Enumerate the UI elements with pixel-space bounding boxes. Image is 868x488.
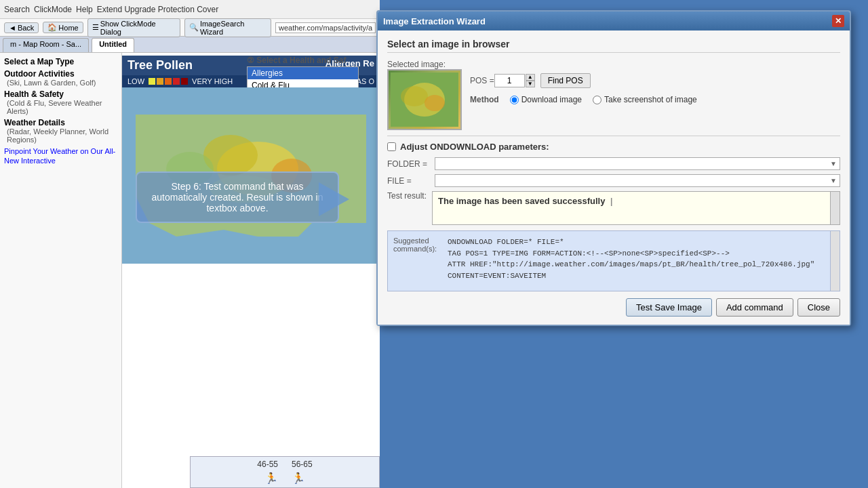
- selected-image-preview: [387, 69, 462, 130]
- back-button[interactable]: ◄ Back: [4, 22, 39, 33]
- imagesearch-button[interactable]: 🔍 ImageSearch Wizard: [184, 18, 271, 37]
- image-row: Selected image: POS =: [387, 60, 840, 130]
- folder-row: FOLDER = ▼: [387, 157, 840, 170]
- menu-clickmode[interactable]: ClickMode: [34, 5, 72, 14]
- add-command-button[interactable]: Add command: [716, 298, 793, 317]
- test-save-button[interactable]: Test Save Image: [626, 298, 712, 317]
- map-type-header: Select a Map Type: [4, 57, 117, 66]
- test-result-box[interactable]: The image has been saved successfully |: [432, 191, 840, 225]
- image-extraction-dialog: Image Extraction Wizard ✕ Select an imag…: [376, 10, 851, 326]
- address-bar: ◄ Back 🏠 Home ☰ Show ClickMode Dialog 🔍 …: [0, 19, 380, 37]
- adjust-label: Adjust ONDOWNLOAD parameters:: [400, 142, 549, 152]
- menu-bar: Search ClickMode Help Extend Upgrade Pro…: [0, 0, 380, 19]
- tab-untitled[interactable]: Untitled: [92, 38, 134, 52]
- pinpoint-link[interactable]: Pinpoint Your Weather on Our All-New Int…: [4, 147, 115, 165]
- outdoor-section: Outdoor Activities (Ski, Lawn & Garden, …: [4, 69, 117, 87]
- tab-map-room[interactable]: m - Map Room - Sa...: [3, 38, 89, 52]
- test-result-label: Test result:: [387, 191, 427, 201]
- dialog-title: Image Extraction Wizard: [383, 16, 486, 26]
- dialog-close-button[interactable]: ✕: [832, 15, 844, 27]
- method-label: Method: [470, 95, 499, 104]
- menu-extend[interactable]: Extend Upgrade Protection Cover: [97, 5, 218, 14]
- arrow-indicator: [319, 182, 349, 216]
- test-result-area: Test result: The image has been saved su…: [387, 191, 840, 225]
- home-button[interactable]: 🏠 Home: [43, 22, 83, 33]
- dialog-body: Select an image in browser Selected imag…: [378, 30, 850, 325]
- health-header: ② Select a Health and Saf: [247, 56, 377, 65]
- folder-dropdown[interactable]: ▼: [435, 157, 840, 170]
- close-button[interactable]: Close: [797, 298, 840, 317]
- browser-window: Search ClickMode Help Extend Upgrade Pro…: [0, 0, 380, 488]
- suggested-label: Suggested command(s):: [393, 237, 437, 253]
- selected-image-label: Selected image:: [387, 60, 462, 69]
- tooltip-overlay: Step 6: Test command that was automatica…: [136, 171, 339, 223]
- file-row: FILE = ▼: [387, 174, 840, 187]
- suggested-area: Suggested command(s): ONDOWNLOAD FOLDER=…: [387, 230, 840, 291]
- folder-dropdown-arrow: ▼: [830, 160, 837, 167]
- adjust-checkbox[interactable]: [387, 142, 396, 151]
- menu-search[interactable]: Search: [4, 5, 30, 14]
- spin-up[interactable]: ▲: [526, 74, 535, 81]
- health-section: Health & Safety (Cold & Flu, Severe Weat…: [4, 89, 117, 115]
- method-screenshot[interactable]: Take screenshot of image: [593, 95, 697, 104]
- pos-label: POS =: [470, 76, 494, 85]
- address-input[interactable]: [275, 22, 376, 33]
- method-download[interactable]: Download image: [510, 95, 582, 104]
- test-result-scrollbar[interactable]: [830, 192, 840, 224]
- svg-point-10: [425, 95, 445, 111]
- pos-spinner[interactable]: ▲ ▼: [526, 74, 535, 87]
- menu-help[interactable]: Help: [76, 5, 93, 14]
- weather-section: Weather Details (Radar, Weekly Planner, …: [4, 118, 117, 144]
- adjust-row: Adjust ONDOWNLOAD parameters:: [387, 142, 840, 152]
- health-item-allergies[interactable]: Allergies: [248, 67, 358, 79]
- file-dropdown-arrow: ▼: [830, 177, 837, 184]
- map-area: Step 6: Test command that was automatica…: [122, 87, 380, 264]
- test-result-text: The image has been saved successfully: [438, 196, 605, 206]
- folder-label: FOLDER =: [387, 159, 435, 169]
- file-label: FILE =: [387, 176, 435, 186]
- browser-content: Select a Map Type Outdoor Activities (Sk…: [0, 53, 380, 488]
- find-pos-button[interactable]: Find POS: [540, 73, 591, 88]
- tab-bar: m - Map Room - Sa... Untitled: [0, 37, 380, 53]
- pos-input[interactable]: [494, 74, 525, 87]
- clickmode-dialog-button[interactable]: ☰ Show ClickMode Dialog: [87, 18, 180, 37]
- section-header: Select an image in browser: [387, 39, 840, 53]
- svg-point-9: [401, 86, 428, 106]
- suggested-scrollbar[interactable]: [830, 231, 840, 291]
- suggested-text[interactable]: ONDOWNLOAD FOLDER=* FILE=* TAG POS=1 TYP…: [448, 237, 834, 281]
- button-row: Test Save Image Add command Close: [387, 298, 840, 317]
- spin-down[interactable]: ▼: [526, 81, 535, 87]
- dialog-titlebar: Image Extraction Wizard ✕: [378, 12, 850, 30]
- file-dropdown[interactable]: ▼: [435, 174, 840, 187]
